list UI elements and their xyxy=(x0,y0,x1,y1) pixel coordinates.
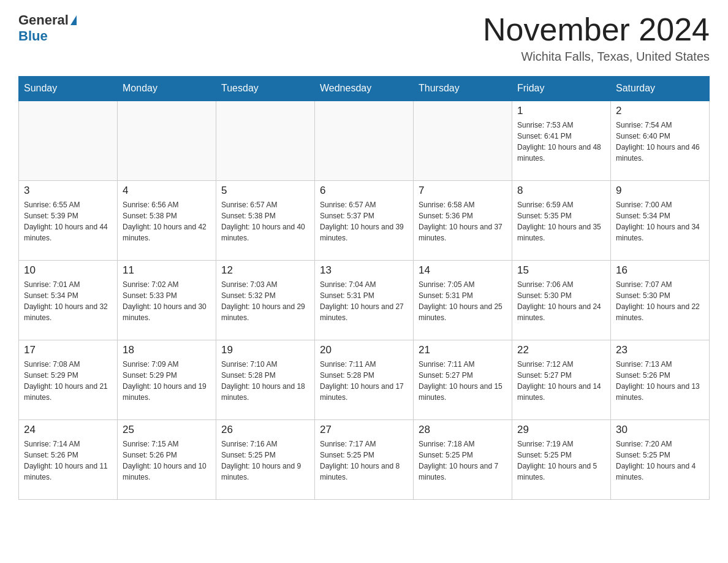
calendar-cell: 2Sunrise: 7:54 AMSunset: 6:40 PMDaylight… xyxy=(611,101,710,180)
calendar-day-header: Wednesday xyxy=(315,77,414,101)
calendar-cell: 7Sunrise: 6:58 AMSunset: 5:36 PMDaylight… xyxy=(414,180,512,260)
calendar-cell: 11Sunrise: 7:02 AMSunset: 5:33 PMDayligh… xyxy=(118,260,216,340)
day-number: 14 xyxy=(419,264,507,277)
calendar-cell: 20Sunrise: 7:11 AMSunset: 5:28 PMDayligh… xyxy=(315,340,414,419)
day-number: 10 xyxy=(24,264,112,277)
calendar-day-header: Thursday xyxy=(414,77,512,101)
calendar-day-header: Friday xyxy=(512,77,611,101)
calendar-cell: 6Sunrise: 6:57 AMSunset: 5:37 PMDaylight… xyxy=(315,180,414,260)
day-sun-info: Sunrise: 7:14 AMSunset: 5:26 PMDaylight:… xyxy=(24,439,112,483)
calendar-cell: 8Sunrise: 6:59 AMSunset: 5:35 PMDaylight… xyxy=(512,180,611,260)
calendar-header-row: SundayMondayTuesdayWednesdayThursdayFrid… xyxy=(19,77,710,101)
calendar-cell: 9Sunrise: 7:00 AMSunset: 5:34 PMDaylight… xyxy=(611,180,710,260)
day-sun-info: Sunrise: 7:20 AMSunset: 5:25 PMDaylight:… xyxy=(616,439,704,483)
day-number: 7 xyxy=(419,185,507,197)
day-number: 27 xyxy=(320,424,408,436)
day-number: 21 xyxy=(419,344,507,356)
calendar-week-row: 24Sunrise: 7:14 AMSunset: 5:26 PMDayligh… xyxy=(19,419,710,499)
day-sun-info: Sunrise: 6:57 AMSunset: 5:37 PMDaylight:… xyxy=(320,199,408,243)
day-sun-info: Sunrise: 7:17 AMSunset: 5:25 PMDaylight:… xyxy=(320,439,408,483)
day-number: 15 xyxy=(517,264,605,277)
month-title: November 2024 xyxy=(483,12,710,47)
day-sun-info: Sunrise: 6:58 AMSunset: 5:36 PMDaylight:… xyxy=(419,199,507,243)
day-number: 29 xyxy=(517,424,605,436)
day-number: 13 xyxy=(320,264,408,277)
day-sun-info: Sunrise: 6:57 AMSunset: 5:38 PMDaylight:… xyxy=(221,199,309,243)
logo-triangle-icon xyxy=(70,15,77,25)
calendar-cell: 17Sunrise: 7:08 AMSunset: 5:29 PMDayligh… xyxy=(19,340,118,419)
day-number: 18 xyxy=(123,344,211,356)
day-sun-info: Sunrise: 7:11 AMSunset: 5:28 PMDaylight:… xyxy=(320,359,408,403)
day-number: 4 xyxy=(123,185,211,197)
day-sun-info: Sunrise: 7:05 AMSunset: 5:31 PMDaylight:… xyxy=(419,279,507,323)
calendar-cell: 1Sunrise: 7:53 AMSunset: 6:41 PMDaylight… xyxy=(512,101,611,180)
calendar-cell: 25Sunrise: 7:15 AMSunset: 5:26 PMDayligh… xyxy=(118,419,216,499)
day-number: 8 xyxy=(517,185,605,197)
day-number: 19 xyxy=(221,344,309,356)
calendar-week-row: 1Sunrise: 7:53 AMSunset: 6:41 PMDaylight… xyxy=(19,101,710,180)
day-sun-info: Sunrise: 7:53 AMSunset: 6:41 PMDaylight:… xyxy=(517,120,605,164)
logo-general-text: General xyxy=(18,12,69,28)
calendar-cell xyxy=(216,101,315,180)
calendar-cell: 28Sunrise: 7:18 AMSunset: 5:25 PMDayligh… xyxy=(414,419,512,499)
day-number: 26 xyxy=(221,424,309,436)
day-sun-info: Sunrise: 7:09 AMSunset: 5:29 PMDaylight:… xyxy=(123,359,211,403)
calendar-cell: 16Sunrise: 7:07 AMSunset: 5:30 PMDayligh… xyxy=(611,260,710,340)
day-number: 12 xyxy=(221,264,309,277)
day-number: 30 xyxy=(616,424,704,436)
day-number: 5 xyxy=(221,185,309,197)
day-number: 20 xyxy=(320,344,408,356)
day-number: 6 xyxy=(320,185,408,197)
day-sun-info: Sunrise: 7:13 AMSunset: 5:26 PMDaylight:… xyxy=(616,359,704,403)
calendar-day-header: Monday xyxy=(118,77,216,101)
day-sun-info: Sunrise: 7:18 AMSunset: 5:25 PMDaylight:… xyxy=(419,439,507,483)
day-sun-info: Sunrise: 7:01 AMSunset: 5:34 PMDaylight:… xyxy=(24,279,112,323)
calendar-cell: 3Sunrise: 6:55 AMSunset: 5:39 PMDaylight… xyxy=(19,180,118,260)
day-sun-info: Sunrise: 7:06 AMSunset: 5:30 PMDaylight:… xyxy=(517,279,605,323)
calendar-cell: 23Sunrise: 7:13 AMSunset: 5:26 PMDayligh… xyxy=(611,340,710,419)
day-sun-info: Sunrise: 7:08 AMSunset: 5:29 PMDaylight:… xyxy=(24,359,112,403)
calendar-cell: 13Sunrise: 7:04 AMSunset: 5:31 PMDayligh… xyxy=(315,260,414,340)
day-sun-info: Sunrise: 6:56 AMSunset: 5:38 PMDaylight:… xyxy=(123,199,211,243)
page-header: General Blue November 2024 Wichita Falls… xyxy=(18,12,710,64)
day-number: 2 xyxy=(616,105,704,117)
calendar-cell: 27Sunrise: 7:17 AMSunset: 5:25 PMDayligh… xyxy=(315,419,414,499)
day-sun-info: Sunrise: 7:54 AMSunset: 6:40 PMDaylight:… xyxy=(616,120,704,164)
calendar-cell: 22Sunrise: 7:12 AMSunset: 5:27 PMDayligh… xyxy=(512,340,611,419)
day-number: 3 xyxy=(24,185,112,197)
day-number: 25 xyxy=(123,424,211,436)
day-sun-info: Sunrise: 7:03 AMSunset: 5:32 PMDaylight:… xyxy=(221,279,309,323)
day-sun-info: Sunrise: 7:00 AMSunset: 5:34 PMDaylight:… xyxy=(616,199,704,243)
day-sun-info: Sunrise: 7:16 AMSunset: 5:25 PMDaylight:… xyxy=(221,439,309,483)
day-sun-info: Sunrise: 7:07 AMSunset: 5:30 PMDaylight:… xyxy=(616,279,704,323)
calendar-week-row: 10Sunrise: 7:01 AMSunset: 5:34 PMDayligh… xyxy=(19,260,710,340)
calendar-cell: 12Sunrise: 7:03 AMSunset: 5:32 PMDayligh… xyxy=(216,260,315,340)
calendar-cell xyxy=(19,101,118,180)
day-sun-info: Sunrise: 7:19 AMSunset: 5:25 PMDaylight:… xyxy=(517,439,605,483)
day-sun-info: Sunrise: 6:59 AMSunset: 5:35 PMDaylight:… xyxy=(517,199,605,243)
logo: General Blue xyxy=(18,12,77,44)
calendar-week-row: 17Sunrise: 7:08 AMSunset: 5:29 PMDayligh… xyxy=(19,340,710,419)
day-sun-info: Sunrise: 7:04 AMSunset: 5:31 PMDaylight:… xyxy=(320,279,408,323)
calendar-cell: 4Sunrise: 6:56 AMSunset: 5:38 PMDaylight… xyxy=(118,180,216,260)
location-subtitle: Wichita Falls, Texas, United States xyxy=(483,50,710,64)
calendar-cell: 24Sunrise: 7:14 AMSunset: 5:26 PMDayligh… xyxy=(19,419,118,499)
calendar-cell: 21Sunrise: 7:11 AMSunset: 5:27 PMDayligh… xyxy=(414,340,512,419)
calendar-day-header: Saturday xyxy=(611,77,710,101)
day-number: 28 xyxy=(419,424,507,436)
logo-blue-text: Blue xyxy=(18,28,48,44)
calendar-cell: 18Sunrise: 7:09 AMSunset: 5:29 PMDayligh… xyxy=(118,340,216,419)
calendar-cell: 14Sunrise: 7:05 AMSunset: 5:31 PMDayligh… xyxy=(414,260,512,340)
day-number: 1 xyxy=(517,105,605,117)
day-sun-info: Sunrise: 7:11 AMSunset: 5:27 PMDaylight:… xyxy=(419,359,507,403)
calendar-cell: 5Sunrise: 6:57 AMSunset: 5:38 PMDaylight… xyxy=(216,180,315,260)
calendar-cell: 10Sunrise: 7:01 AMSunset: 5:34 PMDayligh… xyxy=(19,260,118,340)
calendar-cell xyxy=(118,101,216,180)
calendar-cell: 30Sunrise: 7:20 AMSunset: 5:25 PMDayligh… xyxy=(611,419,710,499)
day-sun-info: Sunrise: 7:02 AMSunset: 5:33 PMDaylight:… xyxy=(123,279,211,323)
day-number: 11 xyxy=(123,264,211,277)
day-number: 23 xyxy=(616,344,704,356)
day-number: 9 xyxy=(616,185,704,197)
calendar-cell: 29Sunrise: 7:19 AMSunset: 5:25 PMDayligh… xyxy=(512,419,611,499)
calendar-cell: 15Sunrise: 7:06 AMSunset: 5:30 PMDayligh… xyxy=(512,260,611,340)
